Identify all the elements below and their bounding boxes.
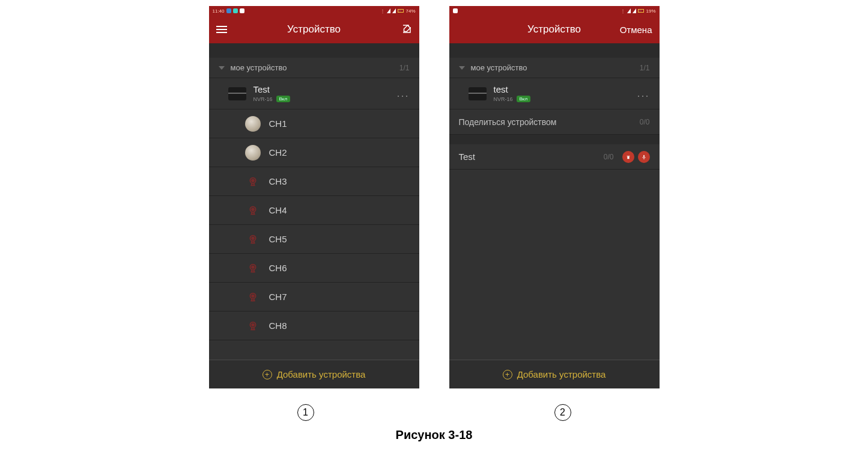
- channel-label: CH6: [269, 263, 287, 273]
- spacer: [449, 43, 660, 58]
- camera-offline-icon: [245, 260, 261, 276]
- camera-offline-icon: [245, 232, 261, 247]
- channel-row[interactable]: CH3: [209, 167, 419, 196]
- svg-point-5: [252, 237, 254, 239]
- status-icon: [226, 8, 231, 13]
- battery-icon: [638, 9, 644, 13]
- camera-online-icon: [245, 116, 261, 132]
- status-icon: [233, 8, 238, 13]
- more-icon[interactable]: ...: [637, 87, 649, 100]
- share-count: 0/0: [640, 118, 650, 126]
- camera-offline-icon: [245, 318, 261, 334]
- more-icon[interactable]: ...: [396, 87, 409, 100]
- svg-point-9: [252, 295, 254, 297]
- device-row[interactable]: test NVR-16 Вкл ...: [449, 78, 660, 109]
- channel-row[interactable]: CH7: [209, 283, 419, 311]
- battery-pct: 74%: [405, 8, 415, 14]
- channel-label: CH4: [269, 205, 287, 215]
- channel-label: CH1: [269, 118, 287, 129]
- status-badge: Вкл: [517, 96, 531, 102]
- status-icon: [453, 8, 458, 13]
- channel-row[interactable]: CH4: [209, 196, 419, 225]
- delete-icon[interactable]: [622, 151, 634, 163]
- channel-row[interactable]: CH5: [209, 225, 419, 254]
- spacer: [209, 43, 419, 58]
- cancel-button[interactable]: Отмена: [620, 25, 652, 35]
- channel-label: CH8: [269, 321, 287, 331]
- device-thumb: [228, 87, 246, 100]
- channel-label: CH3: [269, 176, 287, 186]
- channel-label: CH5: [269, 234, 287, 244]
- app-bar: Устройство Отмена: [449, 16, 660, 43]
- battery-icon: [398, 9, 404, 13]
- my-device-section[interactable]: мое устройство 1/1: [449, 58, 660, 78]
- app-title: Устройство: [287, 23, 341, 35]
- status-badge: Вкл: [276, 96, 291, 102]
- my-device-section[interactable]: мое устройство 1/1: [209, 58, 419, 78]
- add-device-button[interactable]: + Добавить устройства: [449, 360, 660, 388]
- spacer: [449, 135, 660, 144]
- svg-point-1: [252, 179, 254, 182]
- device-name: test: [494, 85, 531, 95]
- section-count: 1/1: [399, 64, 410, 72]
- bluetooth-icon: ⋮: [621, 8, 625, 14]
- camera-online-icon: [245, 145, 261, 161]
- shared-item-count: 0/0: [604, 153, 614, 161]
- shared-item-name: Test: [459, 152, 476, 162]
- section-label: мое устройство: [231, 63, 287, 72]
- channel-list: CH1CH2CH3CH4CH5CH6CH7CH8: [209, 109, 419, 360]
- channel-row[interactable]: CH6: [209, 254, 419, 283]
- app-bar: Устройство: [209, 16, 419, 43]
- status-bar: 11:40 ⋮ 74%: [209, 6, 419, 16]
- screenshot-2: ⋮ 19% Устройство Отмена мое устройство 1…: [449, 6, 660, 388]
- device-thumb: [469, 87, 487, 100]
- menu-icon[interactable]: [216, 26, 227, 33]
- signal-icon: [633, 8, 636, 13]
- app-title: Устройство: [527, 23, 581, 35]
- add-label: Добавить устройства: [517, 369, 606, 379]
- status-time: 11:40: [213, 8, 225, 14]
- battery-pct: 19%: [646, 8, 655, 14]
- screenshot-1: 11:40 ⋮ 74% Устройство: [209, 6, 419, 388]
- marker-1: 1: [297, 404, 314, 421]
- plus-icon: +: [263, 370, 272, 379]
- svg-point-7: [252, 266, 254, 268]
- device-model: NVR-16: [253, 96, 273, 102]
- device-model: NVR-16: [494, 96, 513, 102]
- camera-offline-icon: [245, 174, 261, 189]
- add-label: Добавить устройства: [277, 369, 366, 379]
- section-label: мое устройство: [471, 63, 527, 72]
- channel-row[interactable]: CH1: [209, 109, 419, 138]
- bluetooth-icon: ⋮: [380, 8, 385, 14]
- signal-icon: [627, 8, 631, 13]
- shared-item-row[interactable]: Test 0/0: [449, 144, 660, 170]
- edit-icon[interactable]: [401, 23, 412, 36]
- plus-icon: +: [503, 370, 512, 379]
- svg-rect-12: [643, 155, 645, 157]
- channel-row[interactable]: CH8: [209, 311, 419, 340]
- camera-offline-icon: [245, 203, 261, 218]
- camera-offline-icon: [245, 289, 261, 305]
- figure-markers: 1 2: [0, 404, 868, 421]
- figure-caption: Рисунок 3-18: [0, 428, 868, 442]
- channel-label: CH2: [269, 147, 287, 158]
- section-count: 1/1: [640, 64, 650, 72]
- marker-2: 2: [554, 404, 571, 421]
- share-section[interactable]: Поделиться устройством 0/0: [449, 109, 660, 135]
- chevron-down-icon: [459, 66, 465, 70]
- status-bar: ⋮ 19%: [449, 6, 660, 16]
- figure-container: 11:40 ⋮ 74% Устройство: [0, 0, 868, 388]
- channel-label: CH7: [269, 292, 287, 302]
- chevron-down-icon: [219, 66, 225, 70]
- add-device-button[interactable]: + Добавить устройства: [209, 360, 419, 388]
- mic-icon[interactable]: [638, 151, 650, 163]
- empty-area: [449, 170, 660, 360]
- svg-point-3: [252, 208, 254, 210]
- device-name: Test: [253, 85, 291, 95]
- device-row[interactable]: Test NVR-16 Вкл ...: [209, 78, 419, 109]
- signal-icon: [387, 8, 390, 13]
- signal-icon: [392, 8, 396, 13]
- share-label: Поделиться устройством: [459, 117, 557, 127]
- channel-row[interactable]: CH2: [209, 138, 419, 167]
- svg-point-11: [252, 324, 254, 326]
